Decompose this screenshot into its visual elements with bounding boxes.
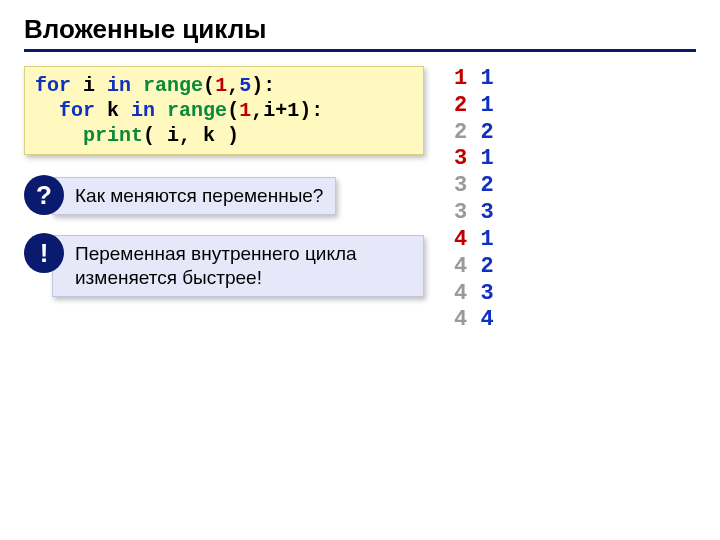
exclamation-text: Переменная внутреннего цикла изменяется … <box>52 235 424 297</box>
code-line-3: print( i, k ) <box>35 124 239 147</box>
output-i: 3 <box>454 146 467 171</box>
question-icon: ? <box>24 175 64 215</box>
output-k: 2 <box>480 120 493 145</box>
output-k: 1 <box>480 93 493 118</box>
output-column: 1 12 12 23 13 23 34 14 24 34 4 <box>454 66 494 334</box>
output-row: 4 2 <box>454 254 494 281</box>
output-k: 4 <box>480 307 493 332</box>
question-callout: ? Как меняются переменные? <box>24 177 424 215</box>
slide: Вложенные циклы for i in range(1,5): for… <box>0 0 720 334</box>
output-k: 2 <box>480 254 493 279</box>
code-line-1: for i in range(1,5): <box>35 74 275 97</box>
code-block: for i in range(1,5): for k in range(1,i+… <box>24 66 424 155</box>
output-k: 1 <box>480 146 493 171</box>
output-row: 4 1 <box>454 227 494 254</box>
output-row: 3 2 <box>454 173 494 200</box>
left-column: for i in range(1,5): for k in range(1,i+… <box>24 66 424 317</box>
output-i: 4 <box>454 307 467 332</box>
output-i: 4 <box>454 281 467 306</box>
output-k: 2 <box>480 173 493 198</box>
question-text: Как меняются переменные? <box>52 177 336 215</box>
output-i: 3 <box>454 173 467 198</box>
output-row: 2 1 <box>454 93 494 120</box>
exclamation-callout: ! Переменная внутреннего цикла изменяетс… <box>24 235 424 297</box>
output-row: 1 1 <box>454 66 494 93</box>
slide-title: Вложенные циклы <box>24 14 696 52</box>
output-i: 4 <box>454 227 467 252</box>
output-k: 3 <box>480 200 493 225</box>
output-i: 1 <box>454 66 467 91</box>
output-i: 3 <box>454 200 467 225</box>
output-k: 3 <box>480 281 493 306</box>
output-i: 2 <box>454 120 467 145</box>
output-i: 4 <box>454 254 467 279</box>
output-row: 4 4 <box>454 307 494 334</box>
code-line-2: for k in range(1,i+1): <box>35 99 323 122</box>
content-columns: for i in range(1,5): for k in range(1,i+… <box>24 66 696 334</box>
output-row: 3 3 <box>454 200 494 227</box>
exclamation-icon: ! <box>24 233 64 273</box>
output-k: 1 <box>480 66 493 91</box>
output-row: 3 1 <box>454 146 494 173</box>
output-row: 4 3 <box>454 281 494 308</box>
output-i: 2 <box>454 93 467 118</box>
output-k: 1 <box>480 227 493 252</box>
output-row: 2 2 <box>454 120 494 147</box>
